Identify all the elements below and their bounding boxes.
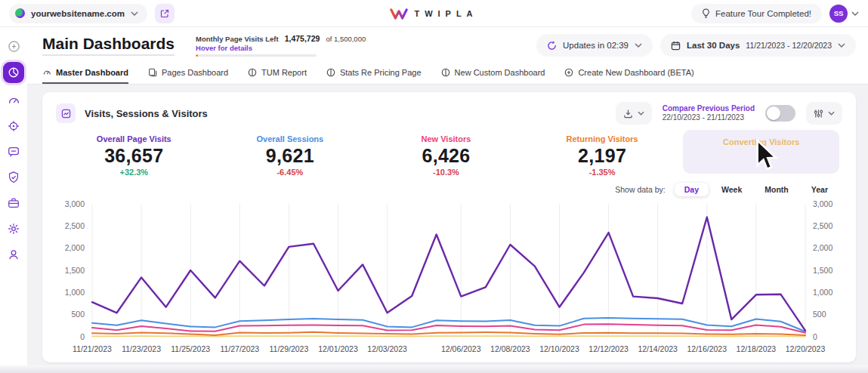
external-link-icon — [160, 9, 169, 18]
quota-used: 1,475,729 — [285, 34, 320, 43]
tab-label: Create New Dashboard (BETA) — [578, 68, 693, 77]
chat-icon — [7, 145, 20, 159]
plus-circle-icon — [564, 68, 573, 77]
svg-text:12/01/2023: 12/01/2023 — [318, 344, 358, 353]
svg-text:11/21/2023: 11/21/2023 — [73, 344, 112, 353]
tab-label: TUM Report — [261, 68, 307, 77]
website-favicon — [15, 8, 25, 18]
sidebar-item-add[interactable] — [3, 36, 24, 56]
gauge-icon — [42, 68, 51, 77]
content-area: Visits, Sessions & Visitors Compare Prev… — [27, 85, 868, 365]
granularity-day[interactable]: Day — [675, 183, 709, 196]
sliders-icon — [814, 109, 823, 119]
metric-converting-visitors[interactable]: Converting Visitors — [683, 130, 839, 174]
metric-overall-sessions: Overall Sessions 9,621 -6.45% — [212, 130, 369, 177]
sidebar-item-visitors[interactable] — [3, 91, 24, 110]
sidebar-item-privacy[interactable] — [3, 168, 24, 187]
pie-circle-icon — [248, 68, 257, 77]
website-selector[interactable]: yourwebsitename.com — [9, 4, 147, 23]
svg-text:11/23/2023: 11/23/2023 — [122, 344, 161, 353]
granularity-month[interactable]: Month — [755, 183, 798, 196]
updates-dropdown[interactable]: Updates in 02:39 — [536, 34, 653, 57]
widget-collapse-button[interactable] — [56, 103, 76, 123]
refresh-icon — [547, 41, 557, 51]
svg-text:11/29/2023: 11/29/2023 — [270, 344, 309, 353]
horizontal-scrollbar[interactable] — [0, 365, 868, 373]
granularity-selector: Show data by: Day Week Month Year — [56, 183, 838, 196]
svg-text:12/18/2023: 12/18/2023 — [737, 344, 777, 353]
chevron-down-icon — [638, 111, 644, 116]
topbar: TWIPLA yourwebsitename.com Feature Tour … — [0, 0, 868, 27]
quota-label: Monthly Page Visits Left — [196, 35, 279, 43]
dashboard-icon — [8, 66, 20, 79]
compare-toggle[interactable] — [765, 105, 795, 122]
metric-value: 2,197 — [524, 145, 681, 167]
sidebar — [0, 27, 27, 365]
chart-options-button[interactable] — [806, 102, 842, 125]
visits-quota[interactable]: Monthly Page Visits Left 1,475,729 of 1,… — [196, 34, 366, 57]
svg-text:0: 0 — [813, 332, 817, 341]
sidebar-item-settings[interactable] — [3, 219, 24, 239]
sidebar-item-communication[interactable] — [3, 142, 24, 162]
quota-total: of 1,500,000 — [326, 35, 366, 43]
pages-icon — [148, 68, 157, 77]
metric-returning-visitors: Returning Visitors 2,197 -1.35% — [524, 130, 681, 177]
granularity-year[interactable]: Year — [802, 183, 838, 196]
sidebar-item-company[interactable] — [3, 193, 24, 213]
open-website-button[interactable] — [155, 4, 175, 23]
date-range-label: Last 30 Days — [687, 41, 740, 50]
line-chart-icon — [61, 109, 71, 119]
gear-icon — [7, 222, 20, 236]
widget-title: Visits, Sessions & Visitors — [85, 108, 208, 119]
compare-label: Compare Previous Period — [663, 104, 755, 114]
account-menu[interactable]: SS — [829, 5, 859, 23]
download-icon — [623, 109, 633, 119]
chevron-down-icon — [851, 11, 859, 16]
tab-pages-dashboard[interactable]: Pages Dashboard — [148, 63, 228, 84]
download-button[interactable] — [616, 102, 652, 125]
chevron-down-icon — [828, 111, 835, 116]
briefcase-icon — [7, 196, 20, 210]
date-range-dates: 11/21/2023 - 12/20/2023 — [746, 41, 832, 50]
quota-hover-link[interactable]: Hover for details — [196, 44, 366, 52]
lightbulb-icon — [702, 8, 710, 18]
sidebar-item-dashboards[interactable] — [3, 62, 24, 83]
svg-text:11/27/2023: 11/27/2023 — [220, 344, 259, 353]
metric-label: Overall Page Visits — [56, 134, 212, 143]
tab-tum-report[interactable]: TUM Report — [248, 63, 307, 84]
chevron-down-icon — [131, 11, 138, 16]
svg-text:500: 500 — [813, 310, 826, 319]
svg-text:12/12/2023: 12/12/2023 — [588, 344, 629, 353]
feature-tour-pill[interactable]: Feature Tour Completed! — [691, 4, 822, 23]
tab-stats-re-pricing[interactable]: Stats Re Pricing Page — [326, 63, 422, 84]
svg-text:0: 0 — [80, 332, 85, 341]
svg-text:1,500: 1,500 — [65, 266, 85, 275]
plus-circle-icon — [8, 40, 20, 53]
svg-text:2,000: 2,000 — [813, 243, 832, 252]
svg-text:1,500: 1,500 — [813, 266, 832, 275]
shield-check-icon — [7, 171, 20, 184]
sidebar-item-account[interactable] — [3, 245, 24, 264]
sidebar-item-behavior[interactable] — [3, 116, 24, 136]
tab-create-new-dashboard[interactable]: Create New Dashboard (BETA) — [564, 63, 693, 84]
tab-new-custom-dashboard[interactable]: New Custom Dashboard — [441, 63, 545, 84]
calendar-icon — [671, 41, 681, 51]
visits-line-chart[interactable]: 11/21/202311/23/202311/25/202311/27/2023… — [56, 198, 842, 358]
svg-text:500: 500 — [71, 310, 85, 319]
metric-delta: -1.35% — [524, 168, 681, 177]
compare-previous-period: Compare Previous Period 22/10/2023 - 21/… — [663, 104, 755, 123]
chevron-down-icon — [635, 43, 642, 48]
date-range-picker[interactable]: Last 30 Days 11/21/2023 - 12/20/2023 — [660, 34, 856, 57]
tab-master-dashboard[interactable]: Master Dashboard — [42, 63, 128, 84]
metric-delta: -10.3% — [368, 168, 524, 177]
page-header: Main Dashboards Monthly Page Visits Left… — [27, 27, 868, 63]
quota-progress-fill — [196, 54, 198, 57]
metric-overall-page-visits: Overall Page Visits 36,657 +32.3% — [56, 130, 212, 177]
metric-new-visitors: New Visitors 6,426 -10.3% — [368, 130, 524, 177]
metric-label: Converting Visitors — [723, 134, 799, 146]
granularity-week[interactable]: Week — [712, 183, 752, 196]
target-icon — [7, 119, 20, 133]
pie-circle-icon — [326, 68, 335, 77]
svg-text:11/25/2023: 11/25/2023 — [171, 344, 210, 353]
quota-progress-bar — [196, 54, 317, 57]
